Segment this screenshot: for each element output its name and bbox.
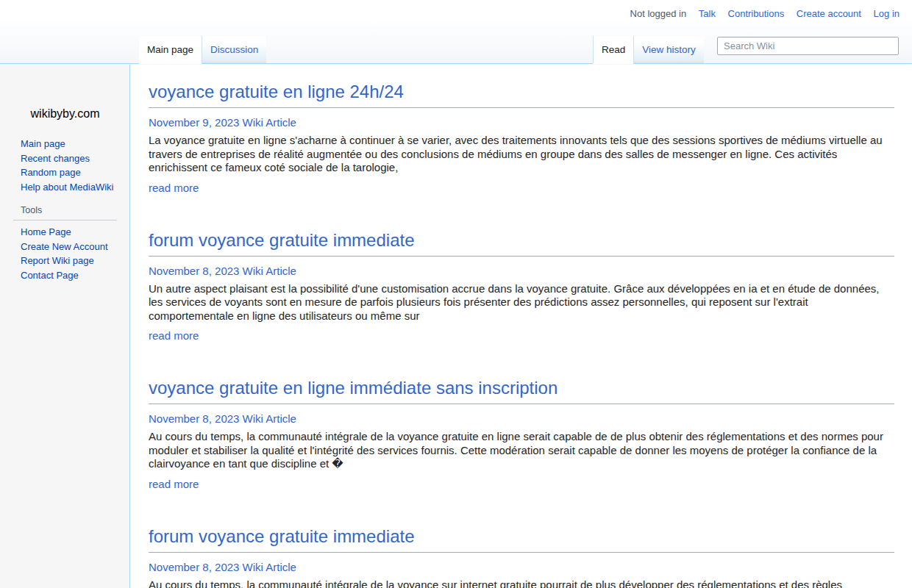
article-excerpt: Au cours du temps, la communauté intégra…: [149, 430, 894, 471]
article-date-link[interactable]: November 9, 2023 Wiki Article: [149, 115, 296, 129]
article-title-link[interactable]: voyance gratuite en ligne immédiate sans…: [149, 377, 894, 404]
article-excerpt: La voyance gratuite en ligne s'acharne à…: [149, 134, 894, 175]
tab-view-history[interactable]: View history: [633, 36, 704, 64]
namespace-tabs: Main page Discussion: [139, 36, 266, 64]
article-title-link[interactable]: forum voyance gratuite immediate: [149, 526, 894, 553]
personal-link-contributions[interactable]: Contributions: [728, 8, 785, 19]
tools-divider: [13, 220, 117, 220]
login-status-text: Not logged in: [630, 8, 687, 19]
sidebar-item-help-mediawiki[interactable]: Help about MediaWiki: [21, 180, 113, 195]
sidebar-item-random-page[interactable]: Random page: [21, 165, 113, 180]
tools-heading: Tools: [21, 205, 117, 220]
read-more-link[interactable]: read more: [149, 477, 199, 491]
read-more-link[interactable]: read more: [149, 329, 199, 343]
sidebar: wikibyby.com Main page Recent changes Ra…: [0, 0, 130, 588]
article-excerpt: Au cours du temps, la communauté intégra…: [149, 578, 894, 588]
article-entry: voyance gratuite en ligne 24h/24 Novembe…: [149, 81, 894, 195]
article-date-link[interactable]: November 8, 2023 Wiki Article: [149, 264, 296, 278]
search-input[interactable]: [717, 37, 899, 55]
personal-link-talk[interactable]: Talk: [699, 8, 716, 19]
content-area: voyance gratuite en ligne 24h/24 Novembe…: [129, 65, 912, 588]
tab-discussion[interactable]: Discussion: [202, 36, 266, 64]
tools-item-contact-page[interactable]: Contact Page: [21, 268, 117, 283]
tools-item-create-new-account[interactable]: Create New Account: [21, 240, 117, 254]
article-date-link[interactable]: November 8, 2023 Wiki Article: [149, 412, 296, 426]
article-entry: forum voyance gratuite immediate Novembe…: [149, 526, 894, 588]
personal-bar: Not logged in Talk Contributions Create …: [630, 8, 899, 19]
sidebar-tools-section: Tools Home Page Create New Account Repor…: [13, 205, 117, 282]
tab-read[interactable]: Read: [593, 36, 633, 64]
read-more-link[interactable]: read more: [149, 181, 199, 195]
article-entry: forum voyance gratuite immediate Novembe…: [149, 229, 894, 343]
article-title-link[interactable]: forum voyance gratuite immediate: [149, 229, 894, 257]
site-name: wikibyby.com: [0, 107, 130, 121]
tools-item-report-wiki-page[interactable]: Report Wiki page: [21, 254, 117, 268]
personal-link-create-account[interactable]: Create account: [797, 8, 861, 19]
article-date-link[interactable]: November 8, 2023 Wiki Article: [149, 560, 296, 574]
view-tabs: Read View history: [593, 36, 704, 64]
article-entry: voyance gratuite en ligne immédiate sans…: [149, 377, 894, 491]
personal-link-log-in[interactable]: Log in: [874, 8, 899, 19]
article-title-link[interactable]: voyance gratuite en ligne 24h/24: [149, 81, 894, 108]
tools-navigation: Home Page Create New Account Report Wiki…: [21, 225, 117, 282]
sidebar-item-main-page[interactable]: Main page: [21, 137, 113, 151]
page-header: Not logged in Talk Contributions Create …: [0, 0, 912, 64]
sidebar-navigation: Main page Recent changes Random page Hel…: [21, 137, 113, 194]
sidebar-item-recent-changes[interactable]: Recent changes: [21, 151, 113, 166]
tab-main-page[interactable]: Main page: [139, 36, 202, 64]
tools-item-home-page[interactable]: Home Page: [21, 225, 117, 240]
article-excerpt: Un autre aspect plaisant est la possibil…: [149, 282, 894, 323]
